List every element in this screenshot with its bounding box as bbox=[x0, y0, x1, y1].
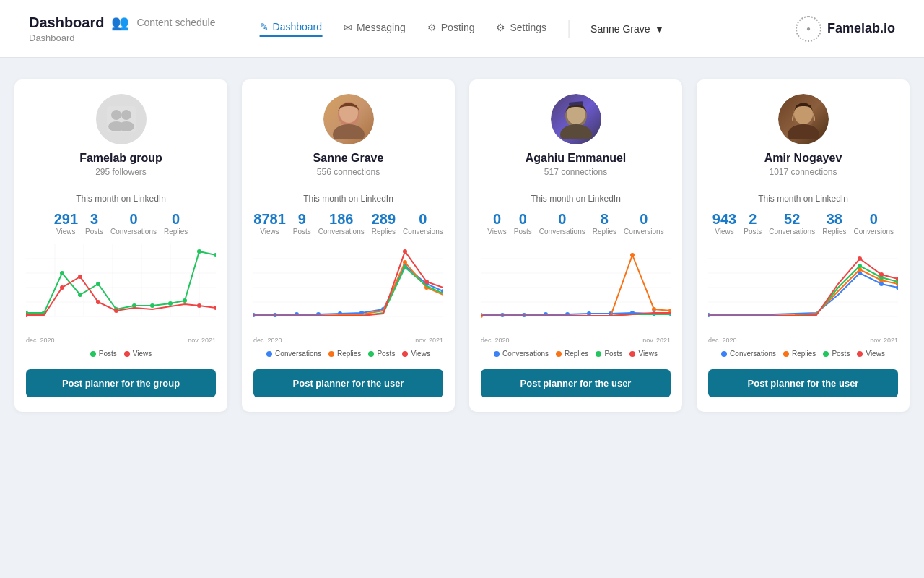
svg-point-31 bbox=[96, 300, 100, 304]
svg-point-78 bbox=[630, 253, 635, 257]
card-famelab-group: Famelab group 295 followers This month o… bbox=[14, 79, 227, 412]
post-planner-button[interactable]: Post planner for the group bbox=[26, 369, 216, 397]
legend-dot bbox=[90, 351, 96, 357]
card-name: Famelab group bbox=[79, 152, 162, 165]
date-start: dec. 2020 bbox=[708, 337, 737, 344]
username-label: Sanne Grave bbox=[590, 23, 650, 35]
stats-row: 8781 Views 9 Posts 186 Conversations 289… bbox=[253, 211, 443, 236]
legend-item: Views bbox=[857, 350, 885, 358]
legend-item: Conversations bbox=[721, 350, 776, 358]
cards-row: Famelab group 295 followers This month o… bbox=[14, 79, 910, 412]
post-planner-button[interactable]: Post planner for the user bbox=[253, 369, 443, 397]
nav-settings[interactable]: ⚙ Settings bbox=[496, 22, 546, 36]
stat-posts: 9 Posts bbox=[293, 211, 311, 236]
svg-point-18 bbox=[60, 271, 64, 275]
legend-dot bbox=[124, 351, 130, 357]
svg-point-26 bbox=[197, 249, 201, 254]
svg-point-33 bbox=[197, 303, 201, 308]
card-name: Sanne Grave bbox=[313, 152, 384, 165]
chart-dates: dec. 2020 nov. 2021 bbox=[253, 337, 443, 344]
svg-point-19 bbox=[78, 293, 82, 297]
header-left: Dashboard 👥 Content schedule Dashboard bbox=[29, 14, 215, 43]
svg-point-20 bbox=[96, 282, 100, 286]
month-label: This month on LinkedIn bbox=[531, 194, 621, 204]
month-label: This month on LinkedIn bbox=[76, 194, 166, 204]
page-title: Dashboard bbox=[29, 14, 104, 31]
card-divider bbox=[708, 186, 898, 186]
stat-posts: 3 Posts bbox=[85, 211, 103, 236]
svg-point-53 bbox=[403, 260, 407, 264]
gear-icon: ⚙ bbox=[496, 22, 505, 33]
chart-area bbox=[253, 244, 443, 331]
chart-icon: ✎ bbox=[260, 21, 269, 33]
legend-item: Replies bbox=[556, 350, 588, 358]
legend-dot bbox=[721, 351, 727, 357]
header-title-row: Dashboard 👥 Content schedule bbox=[29, 14, 215, 31]
card-divider bbox=[26, 186, 216, 186]
nav-messaging[interactable]: ✉ Messaging bbox=[344, 22, 406, 36]
svg-point-29 bbox=[60, 285, 64, 290]
legend-item: Posts bbox=[90, 350, 117, 358]
legend-item: Replies bbox=[328, 350, 361, 358]
legend-dot bbox=[402, 351, 408, 357]
date-end: nov. 2021 bbox=[415, 337, 443, 344]
date-end: nov. 2021 bbox=[642, 337, 671, 344]
people-icon: 👥 bbox=[111, 14, 129, 31]
date-start: dec. 2020 bbox=[481, 337, 510, 344]
svg-point-101 bbox=[896, 277, 898, 281]
legend-item: Views bbox=[402, 350, 430, 358]
avatar-sanne bbox=[323, 94, 374, 144]
stat-replies: 289 Replies bbox=[372, 211, 396, 236]
legend-item: Replies bbox=[783, 350, 816, 358]
legend: Conversations Replies Posts Views bbox=[494, 350, 658, 358]
svg-point-1 bbox=[111, 110, 121, 120]
svg-point-23 bbox=[150, 303, 154, 308]
nav-dashboard[interactable]: ✎ Dashboard bbox=[260, 21, 323, 37]
legend-dot bbox=[266, 351, 272, 357]
svg-point-57 bbox=[424, 280, 429, 284]
stats-row: 943 Views 2 Posts 52 Conversations 38 Re… bbox=[712, 211, 894, 236]
legend-dot bbox=[556, 351, 562, 357]
legend-dot bbox=[596, 351, 601, 357]
card-sub: 295 followers bbox=[95, 167, 147, 177]
main-content: Famelab group 295 followers This month o… bbox=[0, 58, 924, 434]
legend-item: Posts bbox=[596, 350, 622, 358]
stat-views: 291 Views bbox=[54, 211, 78, 236]
stat-conversations: 0 Conversations bbox=[110, 211, 157, 236]
chart-dates: dec. 2020 nov. 2021 bbox=[708, 337, 898, 344]
clock-icon: ⚙ bbox=[427, 22, 437, 33]
legend: Conversations Replies Posts Views bbox=[721, 350, 885, 358]
breadcrumb: Dashboard bbox=[29, 33, 215, 43]
stat-conversions: 0 Conversions bbox=[403, 211, 443, 236]
svg-point-27 bbox=[214, 253, 216, 257]
legend-dot bbox=[494, 351, 500, 357]
svg-point-96 bbox=[858, 264, 862, 268]
post-planner-button[interactable]: Post planner for the user bbox=[481, 369, 671, 397]
svg-point-2 bbox=[121, 110, 131, 120]
main-nav: ✎ Dashboard ✉ Messaging ⚙ Posting ⚙ Sett… bbox=[260, 20, 665, 38]
stats-row: 0 Views 0 Posts 0 Conversations 8 Replie… bbox=[487, 211, 663, 236]
legend: Posts Views bbox=[90, 350, 152, 358]
card-sanne-grave: Sanne Grave 556 connections This month o… bbox=[242, 79, 455, 412]
avatar-group bbox=[96, 94, 147, 144]
header: Dashboard 👥 Content schedule Dashboard ✎… bbox=[0, 0, 924, 58]
user-dropdown[interactable]: Sanne Grave ▼ bbox=[590, 23, 664, 35]
card-name: Agahiu Emmanuel bbox=[526, 152, 627, 165]
svg-point-55 bbox=[403, 265, 407, 269]
chart-dates: dec. 2020 nov. 2021 bbox=[26, 337, 216, 344]
card-name: Amir Nogayev bbox=[764, 152, 842, 165]
nav-posting[interactable]: ⚙ Posting bbox=[427, 22, 475, 36]
stat-views: 8781 Views bbox=[253, 211, 286, 236]
post-planner-button[interactable]: Post planner for the user bbox=[708, 369, 898, 397]
svg-point-30 bbox=[78, 275, 82, 279]
legend-item: Views bbox=[124, 350, 152, 358]
legend-dot bbox=[783, 351, 789, 357]
stat-replies: 0 Replies bbox=[164, 211, 188, 236]
svg-point-24 bbox=[168, 301, 173, 306]
legend: Conversations Replies Posts Views bbox=[266, 350, 430, 358]
content-schedule-link[interactable]: Content schedule bbox=[136, 17, 215, 28]
svg-point-34 bbox=[214, 306, 216, 310]
avatar-agahiu bbox=[551, 94, 601, 144]
legend-item: Conversations bbox=[494, 350, 549, 358]
stat-posts: 2 Posts bbox=[744, 211, 762, 236]
